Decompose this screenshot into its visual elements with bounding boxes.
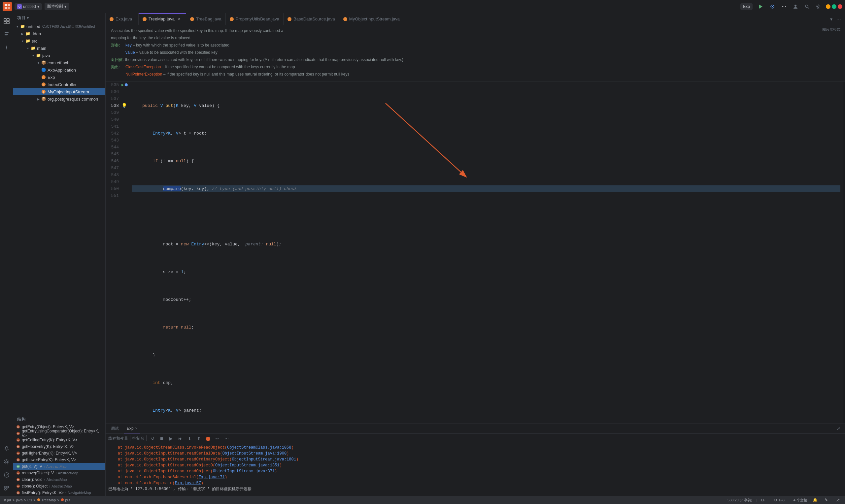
- tree-item-myobjectinputstream[interactable]: c MyObjectInputStream: [13, 88, 105, 95]
- link-readobject0[interactable]: ObjectInputStream.java:1351: [215, 463, 279, 468]
- struct-gethigherentry[interactable]: m getHigherEntry(K): Entry<K, V>: [13, 450, 105, 456]
- tab-treebag-java[interactable]: TreeBag.java: [186, 13, 226, 25]
- edit-breakpoint-button[interactable]: ✏: [213, 434, 221, 442]
- tree-item-axbapplication[interactable]: 🔵 AxbApplication: [13, 66, 105, 74]
- svg-point-19: [6, 46, 7, 47]
- activity-structure[interactable]: [1, 29, 13, 40]
- tab-settings-button[interactable]: ⋯: [835, 15, 842, 23]
- tree-arrow-org: ▶: [36, 97, 41, 101]
- struct-getfloorentry[interactable]: m getFloorEntry(K): Entry<K, V>: [13, 443, 105, 450]
- profile-button[interactable]: [792, 3, 799, 11]
- struct-getlowerentry[interactable]: m getLowerEntry(K): Entry<K, V>: [13, 456, 105, 463]
- tree-label-myobjectinputstream: MyObjectInputStream: [48, 89, 89, 94]
- struct-clear[interactable]: m clear(): void ↑ AbstractMap: [13, 476, 105, 483]
- project-badge[interactable]: U untitled ▾: [15, 3, 42, 10]
- expand-bottom-button[interactable]: ⤢: [834, 425, 842, 433]
- status-line-ending[interactable]: LF: [761, 498, 765, 502]
- svg-text:m: m: [17, 491, 19, 494]
- line-numbers: 535 536 537 538 539 540 541 542 543 544 …: [106, 82, 122, 424]
- minimize-button[interactable]: –: [826, 4, 830, 9]
- debug-gutter-icon[interactable]: ⬢: [124, 83, 128, 87]
- link-expmain[interactable]: Exp.java:57: [175, 481, 201, 486]
- run-button[interactable]: [757, 3, 764, 11]
- link-readserialdata[interactable]: ObjectInputStream.java:1900: [223, 451, 286, 456]
- link-objectstreamclass[interactable]: ObjectStreamClass.java:1058: [227, 445, 291, 450]
- search-button[interactable]: [804, 3, 811, 10]
- debug-button[interactable]: [769, 3, 776, 11]
- activity-plugins[interactable]: [1, 482, 13, 494]
- maximize-button[interactable]: □: [832, 4, 837, 9]
- code-content[interactable]: public V put(K key, V value) { Entry<K, …: [129, 82, 843, 424]
- step-over-button[interactable]: ⏭: [176, 434, 184, 442]
- exp-badge[interactable]: Exp: [740, 3, 753, 10]
- struct-getentryusingcomparator[interactable]: m getEntryUsingComparator(Object): Entry…: [13, 430, 105, 437]
- link-readordinaryobject[interactable]: ObjectInputStream.java:1801: [232, 457, 296, 462]
- activity-help[interactable]: ?: [1, 469, 13, 481]
- tree-item-com-ctf-axb[interactable]: ▾ 📦 com.ctf.axb: [13, 59, 105, 66]
- tree-item-java[interactable]: ▾ 📁 java: [13, 52, 105, 59]
- tree-item-indexcontroller[interactable]: c IndexController: [13, 81, 105, 88]
- tab-icon-exp: [110, 17, 113, 21]
- status-git-button[interactable]: ⎇: [834, 497, 841, 504]
- breakpoint-button[interactable]: ⬤: [204, 434, 212, 442]
- gutter-line-538: 💡: [122, 102, 127, 109]
- activity-more[interactable]: [1, 41, 13, 53]
- tab-myobjectinputstream-java[interactable]: MyObjectInputStream.java: [339, 13, 404, 25]
- svg-point-7: [794, 5, 796, 6]
- structure-list: m getEntry(Object): Entry<K, V> m getEnt…: [13, 424, 105, 496]
- status-encoding[interactable]: UTF-8: [774, 498, 785, 502]
- struct-firstentry[interactable]: m firstEntry(): Entry<K, V> ↑ NavigableM…: [13, 489, 105, 496]
- more-debug-button[interactable]: ⋯: [223, 434, 230, 442]
- status-rtjar: rt.jar: [4, 498, 11, 502]
- tab-treemap-java[interactable]: TreeMap.java ✕: [139, 13, 186, 25]
- tree-item-exp[interactable]: c Exp: [13, 74, 105, 81]
- tab-close-treemap[interactable]: ✕: [177, 17, 182, 22]
- main-layout: ? 项目 ▾ ▾ 📁 untitled C:\CTF\00 Java题目坑板\u…: [0, 13, 845, 496]
- step-out-button[interactable]: ⬆: [195, 434, 203, 442]
- reader-mode-button[interactable]: 阅读器模式: [820, 26, 842, 33]
- restart-button[interactable]: ↺: [148, 434, 156, 442]
- svg-rect-3: [7, 7, 10, 9]
- tab-propertyutilsbean-java[interactable]: PropertyUtilsBean.java: [226, 13, 284, 25]
- line-num-541: 541: [108, 123, 119, 130]
- status-notification-button[interactable]: 🔔: [811, 497, 818, 504]
- link-readobject[interactable]: ObjectInputStream.java:371: [213, 469, 275, 474]
- tree-item-idea[interactable]: ▶ 📁 .idea: [13, 30, 105, 37]
- more-button[interactable]: ⋯: [780, 3, 788, 11]
- tree-item-untitled[interactable]: ▾ 📁 untitled C:\CTF\00 Java题目坑板\untitled: [13, 23, 105, 30]
- status-position[interactable]: 538:20 (7 字符): [727, 498, 752, 503]
- bottom-tab-exp-close[interactable]: ✕: [135, 427, 138, 430]
- bottom-tab-debug[interactable]: 调试: [108, 424, 122, 433]
- bottom-tab-exp[interactable]: Exp ✕: [124, 424, 140, 433]
- tree-item-main[interactable]: ▾ 📁 main: [13, 44, 105, 52]
- settings-button[interactable]: [815, 3, 822, 10]
- code-line-537: if (t == null) {: [132, 158, 840, 165]
- status-readonly-button[interactable]: ✎: [823, 497, 830, 504]
- struct-remove[interactable]: m remove(Object): V ↑ AbstractMap: [13, 470, 105, 476]
- resume-button[interactable]: ▶: [167, 434, 175, 442]
- version-control-badge[interactable]: 版本控制 ▾: [45, 3, 69, 10]
- tab-basedatasource-java[interactable]: BaseDataSource.java: [284, 13, 339, 25]
- close-button[interactable]: ✕: [838, 4, 842, 9]
- activity-notifications[interactable]: [1, 443, 13, 454]
- project-header[interactable]: 项目 ▾: [13, 13, 105, 23]
- stop-button[interactable]: ⏹: [158, 434, 166, 442]
- svg-rect-29: [5, 488, 6, 490]
- activity-project[interactable]: [1, 15, 13, 27]
- status-sep-3: >: [33, 498, 35, 502]
- struct-put[interactable]: m put(K, V): V ↑ AbstractMap: [13, 463, 105, 470]
- link-base64deserial[interactable]: Exp.java:71: [199, 475, 225, 480]
- struct-clone[interactable]: m clone(): Object ↑ AbstractMap: [13, 483, 105, 489]
- status-sep-1: >: [13, 498, 15, 502]
- lightbulb-icon[interactable]: 💡: [122, 103, 127, 109]
- tree-arrow-idea: ▶: [20, 32, 25, 36]
- tab-exp-java[interactable]: Exp.java: [106, 13, 139, 25]
- tree-item-org-postgresql[interactable]: ▶ 📦 org.postgresql.ds.common: [13, 95, 105, 103]
- code-editor[interactable]: 535 536 537 538 539 540 541 542 543 544 …: [106, 82, 845, 424]
- line-num-542: 542: [108, 130, 119, 137]
- tree-item-src[interactable]: ▾ 📁 src: [13, 37, 105, 44]
- step-into-button[interactable]: ⬇: [186, 434, 193, 442]
- activity-settings[interactable]: [1, 456, 13, 468]
- run-gutter-icon[interactable]: ▶: [122, 83, 124, 87]
- tab-dropdown-button[interactable]: ▾: [829, 15, 834, 23]
